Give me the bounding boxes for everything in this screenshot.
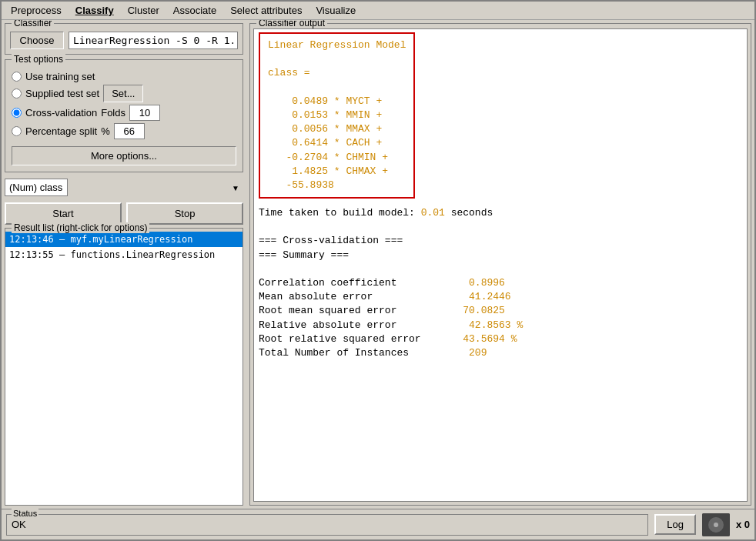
main-window: Preprocess Classify Cluster Associate Se… bbox=[0, 0, 756, 541]
model-title: Linear Regression Model bbox=[268, 38, 406, 52]
menu-select-attributes[interactable]: Select attributes bbox=[224, 3, 308, 18]
result-item[interactable]: 12:13:55 – functions.LinearRegression bbox=[5, 247, 243, 262]
test-options-group: Test options Use training set Supplied t… bbox=[5, 59, 243, 172]
pct-symbol: % bbox=[101, 125, 110, 137]
supplied-test-set-label: Supplied test set bbox=[25, 88, 99, 99]
left-panel: Classifier Choose Test options Use train… bbox=[2, 20, 246, 509]
chevron-down-icon: ▼ bbox=[232, 183, 239, 192]
cross-validation-row: Cross-validation Folds bbox=[12, 105, 236, 121]
folds-input[interactable] bbox=[129, 105, 160, 121]
model-class-eq: class = bbox=[268, 66, 406, 80]
weka-icon bbox=[702, 513, 730, 536]
x-label: x 0 bbox=[736, 519, 750, 530]
model-box: Linear Regression Model class = 0.0489 *… bbox=[259, 32, 415, 199]
use-training-set-label: Use training set bbox=[25, 71, 95, 82]
menu-classify[interactable]: Classify bbox=[69, 3, 120, 18]
menu-cluster[interactable]: Cluster bbox=[122, 3, 166, 18]
result-list-title: Result list (right-click for options) bbox=[12, 222, 149, 233]
status-bar: Status OK Log x 0 bbox=[2, 509, 754, 539]
choose-button[interactable]: Choose bbox=[10, 32, 64, 49]
cross-validation-radio[interactable] bbox=[12, 108, 22, 118]
output-section: Time taken to build model: 0.01 seconds … bbox=[259, 206, 742, 360]
result-list: 12:13:46 – myf.myLinearRegression 12:13:… bbox=[5, 232, 243, 505]
start-button[interactable]: Start bbox=[5, 202, 122, 225]
status-value: OK bbox=[12, 519, 26, 530]
supplied-test-set-row: Supplied test set Set... bbox=[12, 85, 236, 102]
model-coeff-chmax: 1.4825 * CHMAX + bbox=[268, 165, 406, 179]
svg-point-3 bbox=[714, 523, 718, 527]
percentage-split-row: Percentage split % bbox=[12, 123, 236, 139]
attribute-select-wrapper: (Num) class ▼ bbox=[5, 179, 243, 196]
classifier-group: Classifier Choose bbox=[5, 23, 243, 55]
menu-visualize[interactable]: Visualize bbox=[309, 3, 362, 18]
result-list-group: Result list (right-click for options) 12… bbox=[5, 228, 243, 506]
build-time: Time taken to build model: 0.01 seconds bbox=[259, 206, 742, 220]
menu-associate[interactable]: Associate bbox=[167, 3, 222, 18]
stat-corr-coeff: Correlation coefficient 0.8996 bbox=[259, 276, 742, 290]
model-coeff-mmax: 0.0056 * MMAX + bbox=[268, 122, 406, 136]
supplied-test-set-radio[interactable] bbox=[12, 88, 22, 99]
stat-mae: Mean absolute error 41.2446 bbox=[259, 290, 742, 304]
stat-instances: Total Number of Instances 209 bbox=[259, 346, 742, 360]
classifier-row: Choose bbox=[10, 32, 238, 49]
classifier-input[interactable] bbox=[69, 32, 238, 49]
cross-val-header2: === Summary === bbox=[259, 249, 742, 262]
result-item[interactable]: 12:13:46 – myf.myLinearRegression bbox=[5, 232, 243, 247]
set-button[interactable]: Set... bbox=[103, 85, 143, 102]
cross-val-header1: === Cross-validation === bbox=[259, 234, 742, 248]
classifier-output-title: Classifier output bbox=[256, 20, 327, 28]
test-options-title: Test options bbox=[12, 54, 65, 65]
pct-input[interactable] bbox=[114, 123, 145, 139]
attribute-select[interactable]: (Num) class bbox=[5, 179, 68, 196]
model-intercept: -55.8938 bbox=[268, 179, 406, 192]
use-training-set-radio[interactable] bbox=[12, 72, 22, 82]
classifier-output-text[interactable]: Linear Regression Model class = 0.0489 *… bbox=[253, 28, 748, 502]
stat-rrse: Root relative squared error 43.5694 % bbox=[259, 332, 742, 346]
classifier-output-group: Classifier output Linear Regression Mode… bbox=[249, 23, 751, 506]
menu-bar: Preprocess Classify Cluster Associate Se… bbox=[2, 2, 754, 20]
model-coeff-mmin: 0.0153 * MMIN + bbox=[268, 109, 406, 122]
log-button[interactable]: Log bbox=[654, 514, 696, 535]
status-group: Status OK bbox=[6, 514, 648, 536]
folds-label: Folds bbox=[101, 107, 125, 119]
cross-validation-label: Cross-validation bbox=[25, 107, 97, 119]
more-options-button[interactable]: More options... bbox=[12, 146, 236, 165]
classifier-group-title: Classifier bbox=[12, 20, 54, 28]
attribute-dropdown-row: (Num) class ▼ bbox=[5, 179, 243, 196]
model-coeff-myct: 0.0489 * MYCT + bbox=[268, 95, 406, 109]
model-coeff-cach: 0.6414 * CACH + bbox=[268, 136, 406, 150]
stat-rmse: Root mean squared error 70.0825 bbox=[259, 304, 742, 318]
percentage-split-radio[interactable] bbox=[12, 126, 22, 136]
use-training-set-row: Use training set bbox=[12, 71, 236, 82]
status-group-title: Status bbox=[12, 509, 38, 518]
content-area: Classifier Choose Test options Use train… bbox=[2, 20, 754, 509]
right-panel: Classifier output Linear Regression Mode… bbox=[246, 20, 754, 509]
stop-button[interactable]: Stop bbox=[126, 202, 243, 225]
action-buttons: Start Stop bbox=[5, 202, 243, 225]
model-coeff-chmin: -0.2704 * CHMIN + bbox=[268, 151, 406, 165]
menu-preprocess[interactable]: Preprocess bbox=[5, 3, 68, 18]
percentage-split-label: Percentage split bbox=[25, 125, 97, 137]
stat-rae: Relative absolute error 42.8563 % bbox=[259, 319, 742, 332]
